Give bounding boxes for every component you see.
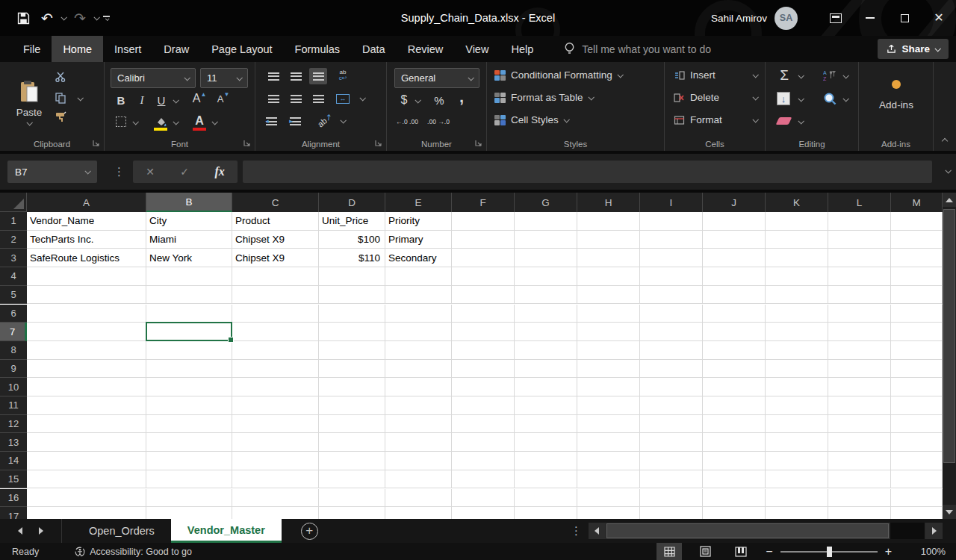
redo-button[interactable]: ↷ <box>70 8 90 28</box>
cell-I4[interactable] <box>640 267 703 286</box>
paste-button[interactable]: Paste <box>10 66 48 138</box>
cut-button[interactable] <box>52 69 69 84</box>
cell-E17[interactable] <box>385 507 452 519</box>
zoom-slider[interactable] <box>780 551 878 553</box>
row-header-13[interactable]: 13 <box>0 433 27 452</box>
cell-H17[interactable] <box>577 507 640 519</box>
close-button[interactable]: ✕ <box>922 0 956 36</box>
cell-L16[interactable] <box>828 489 891 508</box>
cell-D7[interactable] <box>319 323 385 341</box>
cell-I15[interactable] <box>640 470 703 489</box>
cell-I1[interactable] <box>640 212 703 231</box>
minimize-button[interactable] <box>853 0 887 36</box>
autosum-button[interactable]: Σ <box>776 66 792 84</box>
cell-M5[interactable] <box>891 286 943 305</box>
format-as-table-button[interactable]: Format as Table <box>494 92 593 103</box>
cell-J4[interactable] <box>703 267 766 286</box>
cell-D11[interactable] <box>319 396 385 415</box>
cell-K6[interactable] <box>766 305 828 323</box>
cell-I6[interactable] <box>640 305 703 323</box>
cell-D8[interactable] <box>319 341 385 360</box>
cell-M8[interactable] <box>891 341 943 360</box>
horizontal-scroll-thumb[interactable] <box>606 523 889 538</box>
save-icon[interactable] <box>13 8 33 28</box>
cell-L12[interactable] <box>828 415 891 434</box>
cell-M1[interactable] <box>891 212 943 231</box>
row-header-9[interactable]: 9 <box>0 360 27 379</box>
name-box[interactable]: B7 <box>7 161 97 183</box>
cell-G1[interactable] <box>515 212 577 231</box>
borders-dropdown-icon[interactable] <box>132 119 138 125</box>
bold-button[interactable]: B <box>114 92 128 108</box>
cell-K14[interactable] <box>766 452 828 470</box>
cell-M3[interactable] <box>891 249 943 267</box>
cell-C14[interactable] <box>232 452 319 470</box>
cell-F10[interactable] <box>452 378 515 396</box>
cell-E4[interactable] <box>385 267 452 286</box>
find-select-dropdown-icon[interactable] <box>842 96 848 102</box>
cell-F9[interactable] <box>452 360 515 379</box>
row-header-4[interactable]: 4 <box>0 267 27 286</box>
cell-B9[interactable] <box>146 360 232 379</box>
zoom-in-button[interactable]: + <box>885 545 892 559</box>
column-header-B[interactable]: B <box>146 193 232 212</box>
align-right-button[interactable] <box>309 90 327 107</box>
cell-G7[interactable] <box>515 323 577 341</box>
cell-A14[interactable] <box>27 452 146 470</box>
cell-L17[interactable] <box>828 507 891 519</box>
cell-I12[interactable] <box>640 415 703 434</box>
cell-I14[interactable] <box>640 452 703 470</box>
cell-C3[interactable]: Chipset X9 <box>232 249 319 267</box>
cell-B15[interactable] <box>146 470 232 489</box>
active-cell-selection[interactable] <box>146 322 232 341</box>
cell-B8[interactable] <box>146 341 232 360</box>
cell-F4[interactable] <box>452 267 515 286</box>
cell-F11[interactable] <box>452 396 515 415</box>
cell-F14[interactable] <box>452 452 515 470</box>
merge-dropdown-icon[interactable] <box>359 95 365 101</box>
cell-J9[interactable] <box>703 360 766 379</box>
column-header-A[interactable]: A <box>27 193 146 212</box>
scroll-down-button[interactable] <box>943 505 956 519</box>
cell-J2[interactable] <box>703 231 766 249</box>
cell-G10[interactable] <box>515 378 577 396</box>
cell-M12[interactable] <box>891 415 943 434</box>
tab-file[interactable]: File <box>12 36 52 62</box>
cell-E15[interactable] <box>385 470 452 489</box>
cell-L10[interactable] <box>828 378 891 396</box>
conditional-formatting-button[interactable]: Conditional Formatting <box>494 69 622 81</box>
cell-C9[interactable] <box>232 360 319 379</box>
ribbon-display-options-button[interactable] <box>819 0 853 36</box>
copy-button[interactable] <box>52 90 69 105</box>
scroll-left-button[interactable] <box>589 523 605 539</box>
cell-C13[interactable] <box>232 433 319 452</box>
cell-J8[interactable] <box>703 341 766 360</box>
cell-I16[interactable] <box>640 489 703 508</box>
cell-C6[interactable] <box>232 305 319 323</box>
cell-H11[interactable] <box>577 396 640 415</box>
zoom-level[interactable]: 100% <box>902 546 946 557</box>
tab-data[interactable]: Data <box>351 36 397 62</box>
wrap-text-button[interactable]: abc↩ <box>333 66 353 84</box>
cell-A16[interactable] <box>27 489 146 508</box>
cell-G5[interactable] <box>515 286 577 305</box>
cell-D4[interactable] <box>319 267 385 286</box>
cell-K9[interactable] <box>766 360 828 379</box>
increase-indent-button[interactable]: ▸ <box>288 113 306 129</box>
cell-L15[interactable] <box>828 470 891 489</box>
orientation-button[interactable]: ab↗ <box>311 107 338 133</box>
column-header-D[interactable]: D <box>319 193 385 212</box>
cell-C16[interactable] <box>232 489 319 508</box>
cell-D13[interactable] <box>319 433 385 452</box>
cell-D12[interactable] <box>319 415 385 434</box>
cell-M15[interactable] <box>891 470 943 489</box>
cell-B12[interactable] <box>146 415 232 434</box>
cell-I10[interactable] <box>640 378 703 396</box>
cell-I2[interactable] <box>640 231 703 249</box>
cell-I17[interactable] <box>640 507 703 519</box>
row-header-1[interactable]: 1 <box>0 212 27 231</box>
cell-K12[interactable] <box>766 415 828 434</box>
cell-E7[interactable] <box>385 323 452 341</box>
row-header-17[interactable]: 17 <box>0 507 27 519</box>
cell-G11[interactable] <box>515 396 577 415</box>
